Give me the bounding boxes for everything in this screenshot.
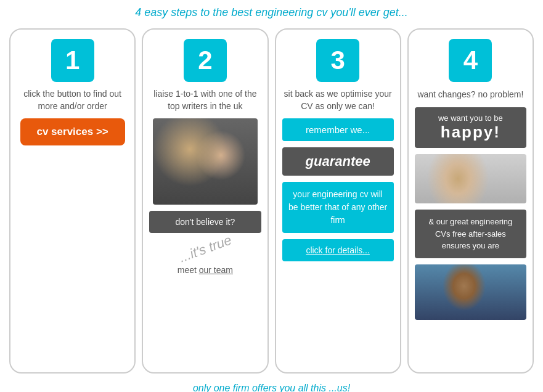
step-number-1: 1 bbox=[51, 39, 94, 82]
column-1: 1 click the button to find out more and/… bbox=[9, 28, 136, 374]
step-number-3: 3 bbox=[316, 39, 359, 82]
for-details-label: for details... bbox=[323, 245, 370, 255]
man-image-inner bbox=[415, 264, 526, 320]
step-desc-2: liaise 1-to-1 with one of the top writer… bbox=[149, 88, 261, 112]
happy-box: we want you to be happy! bbox=[415, 107, 526, 148]
column-4: 4 want changes? no problem! we want you … bbox=[407, 28, 534, 374]
we-want-text: we want you to be bbox=[421, 113, 520, 123]
guarantee-box: guarantee bbox=[282, 147, 394, 176]
engineering-cv-box: your engineering cv will be better that … bbox=[282, 182, 394, 233]
step-desc-3: sit back as we optimise your CV as only … bbox=[282, 88, 394, 112]
main-title: 4 easy steps to the best engineering cv … bbox=[9, 6, 534, 19]
meet-team-text: meet our team bbox=[178, 265, 233, 275]
columns-wrapper: 1 click the button to find out more and/… bbox=[9, 28, 534, 374]
its-true-text: ...it's true bbox=[177, 232, 234, 266]
dont-believe-text: don't believe it? bbox=[149, 211, 261, 233]
col2-image-inner bbox=[153, 118, 258, 205]
happy-text: happy! bbox=[421, 123, 520, 142]
our-team-link[interactable]: our team bbox=[199, 265, 233, 275]
col2-content: don't believe it? ...it's true meet our … bbox=[149, 211, 261, 363]
click-label: click bbox=[306, 245, 322, 255]
click-details-box[interactable]: click for details... bbox=[282, 239, 394, 261]
smile-image-inner bbox=[415, 154, 526, 203]
want-changes-text: want changes? no problem! bbox=[417, 88, 523, 101]
smile-image bbox=[415, 154, 526, 203]
cv-services-button[interactable]: cv services >> bbox=[20, 118, 125, 145]
man-image bbox=[415, 264, 526, 320]
step-number-4: 4 bbox=[449, 39, 492, 82]
bottom-text: only one firm offers you all this ...us! bbox=[9, 383, 534, 392]
remember-box: remember we... bbox=[282, 118, 394, 141]
column-3: 3 sit back as we optimise your CV as onl… bbox=[275, 28, 401, 374]
step-desc-1: click the button to find out more and/or… bbox=[17, 88, 128, 112]
step-number-2: 2 bbox=[184, 39, 227, 82]
meet-label: meet bbox=[178, 265, 199, 275]
col2-team-image bbox=[153, 118, 258, 205]
after-sales-box: & our great engineering CVs free after-s… bbox=[415, 210, 526, 258]
column-2: 2 liaise 1-to-1 with one of the top writ… bbox=[142, 28, 268, 374]
